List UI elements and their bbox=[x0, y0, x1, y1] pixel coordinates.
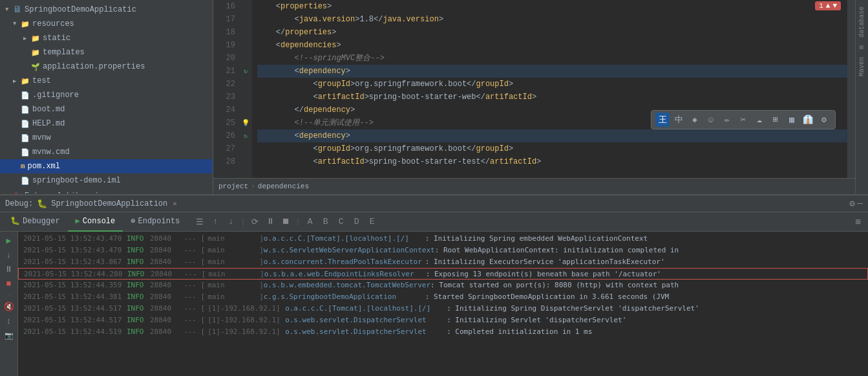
sidebar-item-gitignore[interactable]: 📄 .gitignore bbox=[0, 88, 213, 102]
sidebar-item-pomxml[interactable]: m pom.xml bbox=[0, 159, 213, 173]
action-up-icon[interactable]: ↑ bbox=[208, 215, 222, 229]
log-pid: 28840 bbox=[150, 280, 181, 291]
debug-app-icon: 🐛 bbox=[37, 199, 47, 209]
sidebar-item-mvnw[interactable]: 📄 mvnw bbox=[0, 131, 213, 145]
action-e-icon[interactable]: E bbox=[365, 215, 379, 229]
code-content[interactable]: <properties> <java.version>1.8</java.ver… bbox=[252, 0, 847, 178]
spring-icon: 🌱 bbox=[31, 63, 40, 71]
code-line-27: <groupId>org.springframework.boot</group… bbox=[257, 142, 847, 155]
side-stop-btn[interactable]: ■ bbox=[3, 277, 16, 290]
action-down-icon[interactable]: ↓ bbox=[224, 215, 238, 229]
sidebar-item-application-props[interactable]: 🌱 application.properties bbox=[0, 60, 213, 74]
code-line-21: <dependency> bbox=[257, 65, 847, 78]
right-tab-database[interactable]: database bbox=[857, 3, 867, 41]
editor-scrollbar[interactable] bbox=[847, 0, 855, 178]
action-sep2: | bbox=[296, 217, 301, 227]
sidebar-item-helpmd[interactable]: 📄 HELP.md bbox=[0, 116, 213, 131]
toolbar-btn-settings[interactable]: ⚙ bbox=[817, 113, 831, 127]
project-sidebar: ▼ 🖥 SpringbootDemoApplicatic ▼ 📁 resourc… bbox=[0, 0, 213, 194]
action-a-icon[interactable]: A bbox=[303, 215, 317, 229]
action-b-icon[interactable]: B bbox=[319, 215, 333, 229]
sidebar-helpmd-label: HELP.md bbox=[32, 119, 65, 128]
action-stop-icon[interactable]: ⏹ bbox=[279, 215, 293, 229]
sidebar-item-external-libs[interactable]: ▶ 📚 External Libraries bbox=[0, 189, 213, 194]
log-message: : Completed initialization in 1 ms bbox=[447, 326, 592, 338]
side-pause-btn[interactable]: ⏸ bbox=[3, 263, 16, 276]
file-icon: 📄 bbox=[21, 177, 30, 185]
tab-endpoints[interactable]: ⊕ Endpoints bbox=[123, 212, 187, 232]
fold-arrow-26[interactable]: ↻ bbox=[239, 129, 252, 142]
log-level: INFO bbox=[127, 315, 150, 326]
sidebar-iml-label: springboot-demo.iml bbox=[32, 176, 121, 185]
toolbar-btn-face[interactable]: ☺ bbox=[704, 113, 718, 127]
debug-panel: Debug: 🐛 SpringbootDemoApplication ✕ ⚙ ─… bbox=[0, 194, 868, 376]
sidebar-item-iml[interactable]: 📄 springboot-demo.iml bbox=[0, 173, 213, 188]
toolbar-btn-circle[interactable]: ◈ bbox=[688, 113, 702, 127]
log-output: 2021-05-15 13:52:43.470 INFO 28840 --- [… bbox=[18, 232, 868, 376]
log-logger: c.g.s.SpringbootDemoApplication bbox=[264, 291, 425, 303]
debug-settings-icon[interactable]: ⚙ bbox=[849, 198, 854, 209]
debug-close-icon[interactable]: ✕ bbox=[173, 199, 177, 208]
arrow-icon: ▶ bbox=[23, 35, 31, 42]
right-tab-m[interactable]: m bbox=[857, 41, 867, 53]
toolbar-btn-cloud[interactable]: ☁ bbox=[752, 113, 767, 127]
breadcrumb-project: project bbox=[218, 182, 248, 190]
sidebar-item-bootmd[interactable]: 📄 boot.md bbox=[0, 102, 213, 116]
log-bracket-r: ] bbox=[259, 291, 264, 303]
debug-action-btns: ☰ ↑ ↓ | ⟳ ⏸ ⏹ | A B C D E bbox=[193, 215, 379, 229]
toolbar-btn-cut[interactable]: ✂ bbox=[736, 113, 750, 127]
side-stepover-btn[interactable]: ↓ bbox=[3, 249, 16, 261]
sidebar-item-static[interactable]: ▶ 📁 static bbox=[0, 31, 213, 45]
tab-console[interactable]: ▶ Console bbox=[68, 212, 123, 232]
fold-arrow-21[interactable]: ↻ bbox=[239, 65, 252, 78]
toolbar-btn-edit[interactable]: ✏ bbox=[720, 113, 734, 127]
log-message: : Initializing Spring DispatcherServlet … bbox=[447, 303, 699, 315]
debug-minimize-icon[interactable]: ─ bbox=[858, 199, 863, 209]
error-down-icon: ▼ bbox=[832, 2, 837, 10]
git-icon: 📄 bbox=[21, 91, 30, 100]
code-line-26: <dependency> bbox=[257, 129, 847, 142]
side-scroll-btn[interactable]: ↕ bbox=[3, 315, 16, 327]
sidebar-item-templates[interactable]: 📁 templates bbox=[0, 45, 213, 60]
action-clear-icon[interactable]: ⟳ bbox=[248, 215, 262, 229]
log-bracket-r: ] bbox=[260, 269, 264, 280]
right-tab-maven[interactable]: Maven bbox=[857, 53, 867, 80]
line-num-25: 25 bbox=[217, 116, 235, 129]
toolbar-btn-wang[interactable]: 王 bbox=[655, 113, 670, 127]
toolbar-btn-zhong[interactable]: 中 bbox=[672, 113, 686, 127]
log-thread-name: main bbox=[207, 291, 259, 303]
log-pid: 28840 bbox=[151, 269, 182, 280]
line-num-22: 22 bbox=[217, 78, 235, 91]
sidebar-ext-label: External Libraries bbox=[25, 192, 109, 194]
side-sep: — bbox=[7, 292, 10, 298]
sidebar-item-mvnwcmd[interactable]: 📄 mvnw.cmd bbox=[0, 145, 213, 159]
sidebar-static-label: static bbox=[43, 34, 70, 43]
action-filter-icon[interactable]: ☰ bbox=[193, 215, 207, 229]
log-thread-name: main bbox=[207, 233, 259, 245]
console-tab-label: Console bbox=[83, 217, 115, 226]
side-resume-btn[interactable]: ▶ bbox=[3, 234, 16, 247]
action-c-icon[interactable]: C bbox=[334, 215, 348, 229]
line-num-21: 21 bbox=[217, 65, 235, 78]
log-date: 2021-05-15 13:52:44.517 bbox=[23, 303, 127, 315]
code-line-20: <!--springMVC整合--> bbox=[257, 52, 847, 65]
debugger-tab-label: Debugger bbox=[23, 217, 60, 226]
side-mute-btn[interactable]: 🔇 bbox=[3, 300, 16, 313]
log-level: INFO bbox=[127, 280, 150, 291]
toolbar-btn-shirt[interactable]: 👔 bbox=[801, 113, 815, 127]
action-d-icon[interactable]: D bbox=[350, 215, 364, 229]
sidebar-item-resources[interactable]: ▼ 📁 resources bbox=[0, 17, 213, 31]
sidebar-item-app[interactable]: ▼ 🖥 SpringbootDemoApplicatic bbox=[0, 3, 213, 17]
log-logger: w.s.c.ServletWebServerApplicationContext bbox=[264, 245, 435, 256]
toolbar-btn-table[interactable]: ▦ bbox=[785, 113, 799, 127]
code-line-19: <dependencies> bbox=[257, 39, 847, 52]
line-num-27: 27 bbox=[217, 142, 235, 155]
layout-icon[interactable]: ⊞ bbox=[851, 215, 865, 229]
debugger-tab-icon: 🐛 bbox=[10, 216, 20, 226]
tab-debugger[interactable]: 🐛 Debugger bbox=[3, 212, 68, 232]
side-camera-btn[interactable]: 📷 bbox=[3, 329, 16, 342]
toolbar-btn-grid[interactable]: ⊞ bbox=[768, 113, 783, 127]
action-pause-icon[interactable]: ⏸ bbox=[264, 215, 278, 229]
sidebar-item-test[interactable]: ▶ 📁 test bbox=[0, 74, 213, 88]
bulb-icon-25[interactable]: 💡 bbox=[239, 116, 252, 129]
